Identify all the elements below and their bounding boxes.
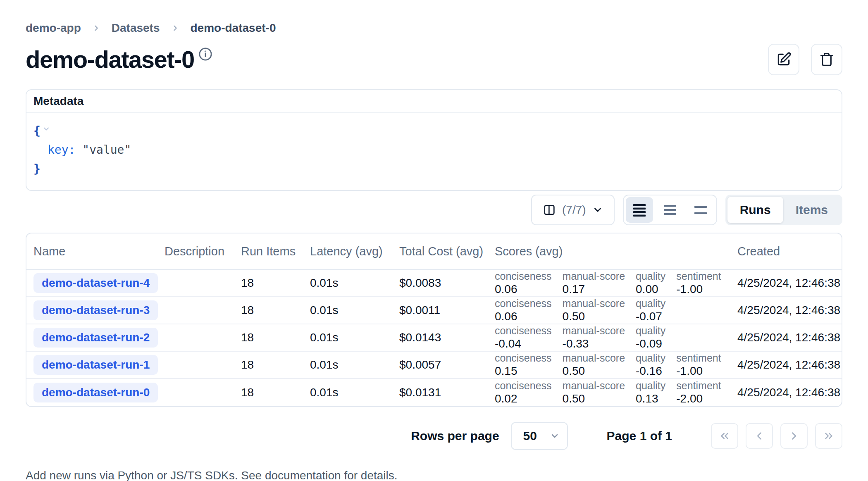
- row-height-medium-button[interactable]: [656, 197, 684, 223]
- chevron-left-icon: [753, 430, 765, 442]
- table-row: demo-dataset-run-2 18 0.01s $0.0143 conc…: [26, 324, 842, 352]
- column-header-scores: Scores (avg): [495, 245, 737, 258]
- chevrons-right-icon: [823, 430, 835, 442]
- latency-cell: 0.01s: [310, 276, 399, 290]
- last-page-button[interactable]: [815, 423, 842, 449]
- header-actions: [768, 44, 842, 75]
- total-cost-cell: $0.0083: [399, 276, 495, 290]
- metadata-json-viewer: { key: "value" }: [26, 113, 842, 190]
- tab-runs[interactable]: Runs: [727, 197, 783, 223]
- scores-cell: conciseness0.06 manual-score0.17 quality…: [495, 270, 737, 296]
- run-link[interactable]: demo-dataset-run-1: [33, 355, 158, 375]
- rows-per-page-value: 50: [523, 429, 537, 443]
- score-item: conciseness0.06: [495, 298, 552, 323]
- page-title: demo-dataset-0: [26, 46, 194, 73]
- edit-icon: [776, 52, 792, 67]
- total-cost-cell: $0.0143: [399, 331, 495, 344]
- column-header-created: Created: [737, 245, 842, 258]
- next-page-button[interactable]: [780, 423, 808, 449]
- score-item: conciseness0.06: [495, 270, 552, 296]
- score-item: quality-0.07: [636, 298, 665, 323]
- total-cost-cell: $0.0057: [399, 358, 495, 371]
- rows-sparse-icon: [693, 202, 708, 217]
- row-height-large-button[interactable]: [687, 197, 714, 223]
- scores-cell: conciseness-0.04 manual-score-0.33 quali…: [495, 325, 737, 350]
- delete-dataset-button[interactable]: [811, 44, 842, 75]
- column-visibility-button[interactable]: (7/7): [531, 195, 615, 225]
- created-cell: 4/25/2024, 12:46:38 PM: [737, 358, 842, 371]
- json-line-key-value: key: "value": [33, 140, 835, 160]
- view-tabs: Runs Items: [725, 195, 842, 225]
- runs-table: Name Description Run Items Latency (avg)…: [26, 233, 842, 407]
- table-toolbar: (7/7) Runs Ite: [26, 195, 842, 225]
- rows-dense-icon: [632, 202, 647, 217]
- created-cell: 4/25/2024, 12:46:38 PM: [737, 276, 842, 290]
- chevrons-left-icon: [718, 430, 731, 442]
- score-item: conciseness0.02: [495, 380, 552, 405]
- score-item: conciseness-0.04: [495, 325, 552, 350]
- latency-cell: 0.01s: [310, 386, 399, 399]
- page-status: Page 1 of 1: [607, 429, 672, 443]
- rows-medium-icon: [663, 202, 677, 217]
- chevron-right-icon: [171, 24, 180, 33]
- dataset-detail-page: demo-app Datasets demo-dataset-0 demo-da…: [0, 0, 868, 481]
- score-item: manual-score0.50: [563, 352, 625, 378]
- chevron-right-icon: [92, 24, 101, 33]
- created-cell: 4/25/2024, 12:46:38 PM: [737, 304, 842, 317]
- run-link[interactable]: demo-dataset-run-0: [33, 383, 158, 402]
- latency-cell: 0.01s: [310, 358, 399, 371]
- score-item: quality0.00: [636, 270, 665, 296]
- previous-page-button[interactable]: [746, 423, 773, 449]
- edit-dataset-button[interactable]: [768, 44, 799, 75]
- run-items-cell: 18: [241, 276, 310, 290]
- score-item: sentiment-1.00: [676, 270, 721, 296]
- run-link[interactable]: demo-dataset-run-2: [33, 328, 158, 348]
- json-line-close: }: [33, 160, 835, 179]
- column-header-name: Name: [33, 245, 165, 258]
- rows-per-page-select[interactable]: 50: [511, 422, 568, 450]
- score-item: manual-score0.50: [563, 298, 625, 323]
- table-row: demo-dataset-run-4 18 0.01s $0.0083 conc…: [26, 270, 842, 297]
- collapse-chevron-icon[interactable]: [42, 122, 50, 136]
- info-icon[interactable]: [198, 47, 212, 63]
- scores-cell: conciseness0.06 manual-score0.50 quality…: [495, 298, 737, 323]
- sdk-hint: Add new runs via Python or JS/TS SDKs. S…: [26, 469, 842, 481]
- row-height-toggle-group: [623, 195, 717, 225]
- score-item: manual-score-0.33: [563, 325, 625, 350]
- columns-split-icon: [543, 203, 556, 217]
- column-header-run-items: Run Items: [241, 245, 310, 258]
- run-items-cell: 18: [241, 304, 310, 317]
- breadcrumb: demo-app Datasets demo-dataset-0: [26, 21, 842, 35]
- first-page-button[interactable]: [711, 423, 738, 449]
- score-item: quality-0.16: [636, 352, 665, 378]
- title-wrap: demo-dataset-0: [26, 46, 212, 73]
- score-item: quality-0.09: [636, 325, 665, 350]
- score-item: sentiment-1.00: [676, 352, 721, 378]
- run-items-cell: 18: [241, 358, 310, 371]
- tab-items[interactable]: Items: [783, 197, 840, 223]
- scores-cell: conciseness0.15 manual-score0.50 quality…: [495, 352, 737, 378]
- breadcrumb-item-datasets[interactable]: Datasets: [112, 21, 160, 35]
- latency-cell: 0.01s: [310, 331, 399, 344]
- breadcrumb-item-current-dataset: demo-dataset-0: [191, 21, 276, 35]
- score-item: sentiment-2.00: [676, 380, 721, 405]
- run-link[interactable]: demo-dataset-run-4: [33, 273, 158, 293]
- score-item: quality0.13: [636, 380, 665, 405]
- metadata-panel-title: Metadata: [26, 90, 842, 113]
- pagination-bar: Rows per page 50 Page 1 of 1: [26, 422, 842, 450]
- total-cost-cell: $0.0011: [399, 304, 495, 317]
- documentation-link[interactable]: documentation: [265, 469, 341, 481]
- scores-cell: conciseness0.02 manual-score0.50 quality…: [495, 380, 737, 405]
- column-header-total-cost: Total Cost (avg): [399, 245, 495, 258]
- sdk-hint-text-before: Add new runs via Python or JS/TS SDKs. S…: [26, 469, 265, 481]
- table-row: demo-dataset-run-3 18 0.01s $0.0011 conc…: [26, 297, 842, 324]
- run-link[interactable]: demo-dataset-run-3: [33, 300, 158, 320]
- row-height-small-button[interactable]: [626, 197, 653, 223]
- chevron-down-icon: [592, 205, 603, 215]
- page-header: demo-dataset-0: [26, 44, 842, 75]
- json-key: key:: [48, 143, 75, 157]
- breadcrumb-item-project[interactable]: demo-app: [26, 21, 81, 35]
- json-close-brace: }: [33, 162, 41, 176]
- latency-cell: 0.01s: [310, 304, 399, 317]
- score-item: manual-score0.17: [563, 270, 625, 296]
